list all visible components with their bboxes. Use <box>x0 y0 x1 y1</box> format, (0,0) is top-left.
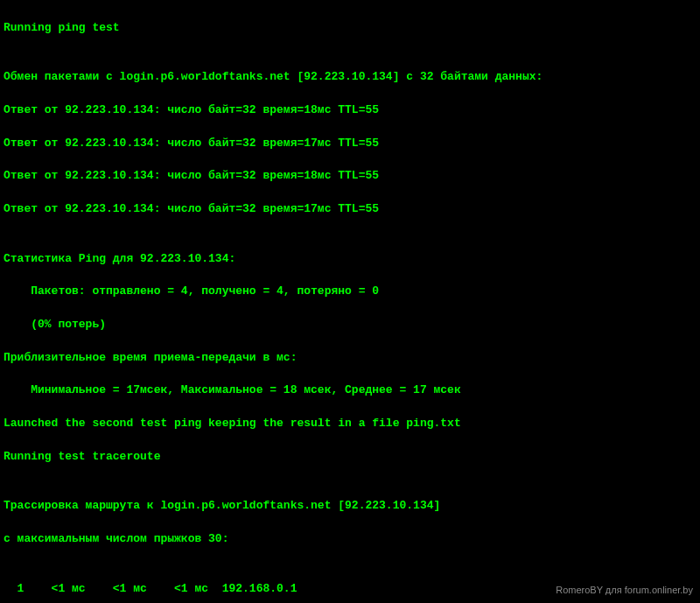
ping-reply: Ответ от 92.223.10.134: число байт=32 вр… <box>4 201 696 218</box>
ping-stats-header: Статистика Ping для 92.223.10.134: <box>4 251 696 268</box>
ping-reply: Ответ от 92.223.10.134: число байт=32 вр… <box>4 136 696 152</box>
ping-stats-packets: Пакетов: отправлено = 4, получено = 4, п… <box>4 284 696 300</box>
launched-ping-line: Launched the second test ping keeping th… <box>4 416 696 432</box>
ping-approx-values: Минимальное = 17мсек, Максимальное = 18 … <box>4 382 696 399</box>
ping-approx-header: Приблизительное время приема-передачи в … <box>4 350 696 367</box>
ping-stats-loss: (0% потерь) <box>4 317 696 333</box>
watermark: RomeroBY для forum.onliner.by <box>556 584 693 598</box>
terminal-output: Running ping test Обмен пакетами с login… <box>4 4 696 603</box>
trace-hops-max: с максимальным числом прыжков 30: <box>4 531 696 548</box>
ping-reply: Ответ от 92.223.10.134: число байт=32 вр… <box>4 102 696 119</box>
traceroute-header: Running test traceroute <box>4 449 696 466</box>
ping-exchange-line: Обмен пакетами с login.p6.worldoftanks.n… <box>4 69 696 86</box>
ping-header: Running ping test <box>4 20 696 37</box>
trace-target: Трассировка маршрута к login.p6.worldoft… <box>4 498 696 515</box>
ping-reply: Ответ от 92.223.10.134: число байт=32 вр… <box>4 168 696 185</box>
